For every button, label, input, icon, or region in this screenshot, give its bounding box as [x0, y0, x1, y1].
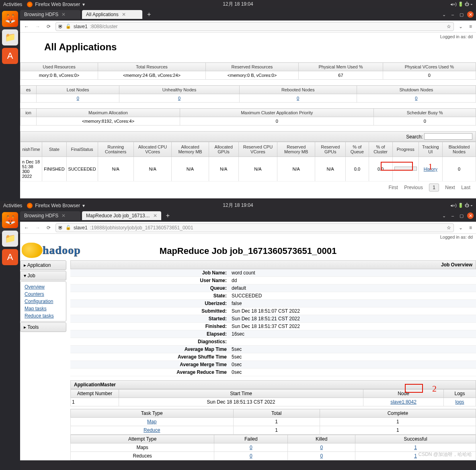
- expand-icon[interactable]: ⌄: [441, 11, 447, 18]
- minimize-icon[interactable]: –: [449, 11, 456, 18]
- col-header[interactable]: Allocated CPU VCores: [133, 142, 172, 157]
- star-icon[interactable]: ☆: [447, 24, 451, 29]
- tab-bar: Browsing HDFS✕ MapReduce Job job_16713…✕…: [0, 210, 476, 222]
- menu-icon[interactable]: ≡: [468, 23, 474, 30]
- back-button[interactable]: ←: [23, 224, 31, 231]
- col-header[interactable]: Allocated GPUs: [209, 142, 238, 157]
- col-header[interactable]: Blacklisted Nodes: [443, 142, 476, 157]
- col-header[interactable]: FinalStatus: [66, 142, 98, 157]
- val-link[interactable]: 0: [250, 453, 252, 459]
- expand-icon[interactable]: ⌄: [441, 212, 447, 219]
- link-counters[interactable]: Counters: [25, 291, 62, 298]
- url-bar[interactable]: ⛨ 🔓 slave1:19888/jobhistory/job/job_1671…: [55, 223, 454, 232]
- col-header: Rebooted Nodes: [239, 86, 357, 94]
- app-label: Firefox Web Browser: [35, 2, 80, 7]
- activities-menu[interactable]: Activities: [3, 203, 22, 208]
- sidebar-item-job[interactable]: ▾ Job: [20, 271, 66, 280]
- forward-button[interactable]: →: [34, 23, 42, 30]
- sidebar-item-application[interactable]: ▸ Application: [20, 260, 66, 270]
- val-link[interactable]: 0: [320, 453, 323, 459]
- system-tray[interactable]: ◂») 🔋 ⏻ ▾: [450, 2, 473, 7]
- reload-button[interactable]: ⟳: [45, 23, 52, 30]
- app-menu[interactable]: Firefox Web Browser ▾: [27, 203, 85, 208]
- new-tab-button[interactable]: +: [144, 11, 154, 18]
- col-header[interactable]: Reserved CPU VCores: [238, 142, 277, 157]
- tab-browsing-hdfs[interactable]: Browsing HDFS✕: [20, 211, 80, 220]
- files-icon[interactable]: 📁: [2, 29, 18, 45]
- minimize-icon[interactable]: –: [449, 212, 456, 219]
- shield-icon: ⛨: [58, 225, 63, 231]
- col-header[interactable]: State: [42, 142, 66, 157]
- clock: 12月 18 19:04: [223, 1, 253, 8]
- sidebar: ▸ Application ▾ Job Overview Counters Co…: [20, 260, 66, 333]
- table-row: 0000: [21, 94, 476, 103]
- url-bar[interactable]: ⛨ 🔓 slave1:8088/cluster ☆: [55, 22, 454, 31]
- search-label: Search:: [406, 134, 423, 140]
- col-header: Used Resources: [21, 63, 98, 71]
- close-icon[interactable]: ✕: [62, 213, 66, 219]
- tab-all-applications[interactable]: All Applications✕: [82, 10, 142, 19]
- login-status: Logged in as: dd: [20, 34, 476, 39]
- dock: 🦊 📁 A: [0, 210, 20, 470]
- col-header[interactable]: Reserved Memory MB: [277, 142, 315, 157]
- maximize-icon[interactable]: ▢: [458, 11, 465, 18]
- firefox-icon[interactable]: 🦊: [2, 212, 18, 228]
- pager-next[interactable]: Next: [445, 185, 455, 190]
- software-icon[interactable]: A: [2, 48, 18, 64]
- page-title: MapReduce Job job_1671360573651_0001: [20, 246, 476, 256]
- close-icon[interactable]: ✕: [467, 11, 474, 18]
- annotation-box: [381, 162, 413, 171]
- val-link[interactable]: 1: [414, 445, 417, 450]
- link-overview[interactable]: Overview: [25, 283, 62, 291]
- col-header[interactable]: Progress: [392, 142, 419, 157]
- link-map-tasks[interactable]: Map tasks: [25, 305, 62, 312]
- tab-browsing-hdfs[interactable]: Browsing HDFS✕: [20, 10, 80, 19]
- close-icon[interactable]: ✕: [153, 213, 157, 219]
- pocket-icon[interactable]: ⌄: [457, 224, 464, 231]
- firefox-icon[interactable]: 🦊: [2, 11, 18, 27]
- overview-header: Job Overview: [70, 260, 476, 269]
- col-header[interactable]: % of Cluster: [369, 142, 392, 157]
- close-icon[interactable]: ✕: [122, 12, 126, 17]
- col-header[interactable]: Reserved GPUs: [315, 142, 346, 157]
- new-tab-button[interactable]: +: [163, 212, 173, 219]
- val-link[interactable]: 0: [320, 445, 323, 450]
- col-header[interactable]: Allocated Memory MB: [172, 142, 209, 157]
- star-icon[interactable]: ☆: [447, 225, 451, 231]
- col-header[interactable]: Running Containers: [98, 142, 133, 157]
- node-link[interactable]: slave1:8042: [390, 399, 416, 405]
- reduce-link[interactable]: Reduce: [144, 427, 160, 433]
- logs-link[interactable]: logs: [455, 399, 464, 405]
- pager-first[interactable]: First: [389, 185, 398, 190]
- col-header[interactable]: nishTime: [21, 142, 42, 157]
- app-menu[interactable]: Firefox Web Browser ▾: [27, 2, 85, 7]
- col-header[interactable]: % of Queue: [346, 142, 369, 157]
- software-icon[interactable]: A: [2, 249, 18, 265]
- system-tray[interactable]: ◂») 🔋 ⏻ ▾: [450, 203, 473, 208]
- tab-mapreduce-job[interactable]: MapReduce Job job_16713…✕: [82, 211, 161, 220]
- link-reduce-tasks[interactable]: Reduce tasks: [25, 312, 62, 320]
- back-button[interactable]: ←: [23, 23, 31, 30]
- pager-current[interactable]: 1: [429, 183, 439, 192]
- kv-list: Job Name:word count User Name:dd Queue:d…: [70, 269, 476, 376]
- pager-last[interactable]: Last: [461, 185, 470, 190]
- maximize-icon[interactable]: ▢: [458, 212, 465, 219]
- close-icon[interactable]: ✕: [62, 12, 66, 17]
- val-link[interactable]: 0: [250, 445, 252, 450]
- col-header: Maximum Cluster Application Priority: [180, 109, 374, 117]
- activities-menu[interactable]: Activities: [3, 2, 22, 7]
- sidebar-item-tools[interactable]: ▸ Tools: [20, 322, 66, 332]
- close-icon[interactable]: ✕: [467, 212, 474, 219]
- col-header: Unhealthy Nodes: [119, 86, 239, 94]
- pocket-icon[interactable]: ⌄: [457, 23, 464, 30]
- pager-prev[interactable]: Previous: [404, 185, 423, 190]
- link-configuration[interactable]: Configuration: [25, 298, 62, 305]
- forward-button[interactable]: →: [34, 224, 42, 231]
- files-icon[interactable]: 📁: [2, 231, 18, 247]
- map-link[interactable]: Map: [147, 419, 156, 425]
- val-link[interactable]: 1: [414, 453, 417, 459]
- search-input[interactable]: [424, 133, 472, 140]
- reload-button[interactable]: ⟳: [45, 224, 52, 231]
- col-header[interactable]: Tracking UI: [419, 142, 442, 157]
- menu-icon[interactable]: ≡: [468, 224, 474, 231]
